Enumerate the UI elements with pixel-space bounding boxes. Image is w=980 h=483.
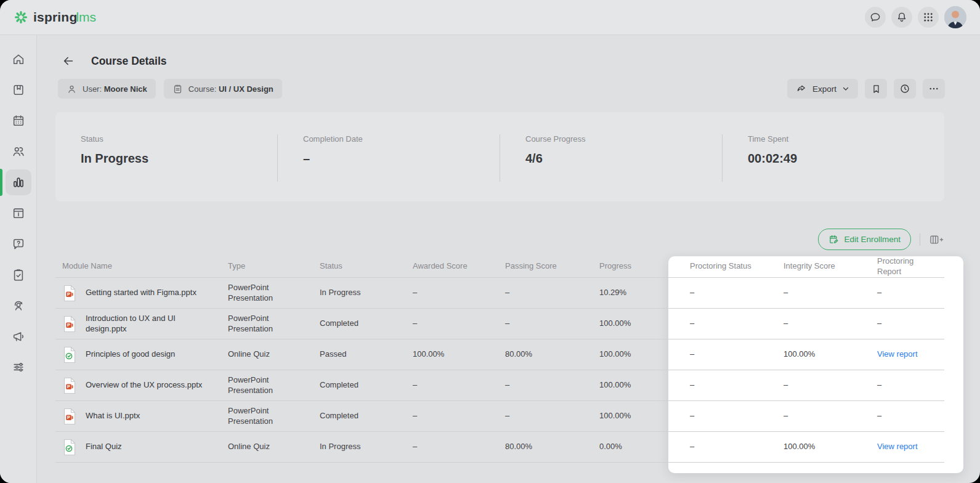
- col-proctoring-report[interactable]: Proctoring Report: [877, 256, 944, 277]
- awarded-score: –: [413, 442, 505, 452]
- bookmark-button[interactable]: [865, 79, 887, 99]
- table-row[interactable]: P Overview of the UX process.pptx PowerP…: [55, 370, 944, 400]
- col-module-name[interactable]: Module Name: [55, 261, 228, 271]
- kiosk-icon: [12, 206, 25, 220]
- notifications-button[interactable]: [891, 7, 912, 28]
- module-name: What is UI.pptx: [86, 411, 140, 421]
- sidebar-item-assignments[interactable]: [0, 259, 37, 290]
- sidebar-item-catalog[interactable]: [0, 198, 37, 229]
- table-row[interactable]: P Introduction to UX and UI design.pptx …: [55, 308, 944, 339]
- module-status: In Progress: [320, 442, 413, 452]
- columns-add-icon: [929, 233, 945, 246]
- summary-status: Status In Progress: [55, 134, 277, 182]
- app-window: ispringlms: [0, 0, 980, 483]
- clipboard-check-icon: [12, 268, 25, 282]
- sidebar-item-announcements[interactable]: [0, 321, 37, 352]
- avatar[interactable]: [944, 6, 966, 28]
- progress: 100.00%: [599, 349, 690, 359]
- proctoring-status: –: [690, 380, 784, 390]
- share-export-icon: [796, 83, 807, 94]
- col-integrity-score[interactable]: Integrity Score: [784, 261, 877, 271]
- ppt-file-icon: P: [62, 315, 77, 333]
- sidebar-item-courses[interactable]: [0, 75, 37, 105]
- sidebar-item-users[interactable]: [0, 136, 37, 167]
- view-report-link[interactable]: View report: [877, 442, 944, 452]
- table-row[interactable]: Principles of good design Online Quiz Pa…: [55, 339, 944, 370]
- megaphone-icon: [12, 330, 25, 343]
- page-title: Course Details: [91, 55, 167, 68]
- ppt-file-icon: P: [62, 285, 77, 302]
- back-button[interactable]: [62, 54, 75, 68]
- proctoring-status: –: [690, 288, 784, 298]
- table-row[interactable]: P What is UI.pptx PowerPoint Presentatio…: [55, 400, 944, 431]
- filter-chip-user[interactable]: User: Moore Nick: [58, 79, 156, 99]
- integrity-score: –: [784, 288, 877, 298]
- topbar: ispringlms: [0, 0, 980, 35]
- calendar-icon: [12, 114, 25, 128]
- svg-text:P: P: [67, 291, 70, 297]
- col-awarded-score[interactable]: Awarded Score: [413, 261, 505, 271]
- summary-time-label: Time Spent: [748, 134, 944, 144]
- proctoring-status: –: [690, 411, 784, 421]
- module-name: Principles of good design: [86, 349, 175, 359]
- view-report-link[interactable]: View report: [877, 349, 944, 359]
- table-row[interactable]: P Getting started with Figma.pptx PowerP…: [55, 277, 944, 308]
- proctoring-person-icon: [12, 299, 25, 312]
- export-button[interactable]: Export: [787, 79, 858, 99]
- filter-chip-course[interactable]: Course: UI / UX Design: [164, 79, 282, 99]
- edit-enrollment-button[interactable]: Edit Enrollment: [818, 229, 911, 250]
- manage-columns-button[interactable]: [929, 233, 945, 246]
- progress: 10.29%: [599, 288, 690, 298]
- table-row[interactable]: Final Quiz Online Quiz In Progress – 80.…: [55, 431, 944, 463]
- users-icon: [12, 145, 25, 158]
- reports-bar-chart-icon: [12, 176, 25, 189]
- chat-button[interactable]: [865, 7, 886, 28]
- sliders-icon: [12, 360, 25, 374]
- proctoring-report: –: [877, 380, 944, 390]
- sidebar-item-questions[interactable]: [0, 229, 37, 259]
- apps-button[interactable]: [918, 7, 939, 28]
- sidebar-item-calendar[interactable]: [0, 105, 37, 136]
- svg-text:P: P: [67, 384, 70, 389]
- sidebar-item-home[interactable]: [0, 44, 37, 75]
- module-status: Completed: [320, 411, 413, 421]
- brand-suffix: lms: [76, 10, 96, 24]
- sidebar-item-reports[interactable]: [0, 167, 37, 198]
- passing-score: 80.00%: [505, 349, 599, 359]
- filter-user-value: Moore Nick: [104, 84, 147, 94]
- awarded-score: –: [413, 288, 505, 298]
- table-header-row: Module Name Type Status Awarded Score Pa…: [55, 256, 944, 277]
- progress: 100.00%: [599, 411, 690, 421]
- col-status[interactable]: Status: [320, 261, 413, 271]
- toolbar-divider: [920, 233, 920, 246]
- history-button[interactable]: [894, 79, 916, 99]
- awarded-score: –: [413, 380, 505, 390]
- bookmark-icon: [871, 84, 881, 94]
- col-proctoring-status[interactable]: Proctoring Status: [690, 261, 784, 271]
- brand-name: ispring: [33, 10, 77, 24]
- summary-course-progress: Course Progress 4/6: [500, 134, 722, 182]
- clock-icon: [899, 83, 910, 94]
- sidebar-item-settings[interactable]: [0, 352, 37, 383]
- more-actions-button[interactable]: [923, 79, 945, 99]
- module-name: Final Quiz: [86, 442, 122, 452]
- ppt-file-icon: P: [62, 377, 77, 394]
- modules-table: Module Name Type Status Awarded Score Pa…: [55, 256, 944, 463]
- awarded-score: –: [413, 319, 505, 328]
- sidebar-item-proctoring[interactable]: [0, 290, 37, 321]
- col-passing-score[interactable]: Passing Score: [505, 261, 599, 271]
- passing-score: 80.00%: [505, 442, 599, 452]
- proctoring-status: –: [690, 442, 784, 452]
- progress: 100.00%: [599, 319, 690, 328]
- sidebar: [0, 35, 37, 483]
- book-icon: [12, 83, 25, 97]
- module-status: Passed: [320, 349, 413, 359]
- module-name: Getting started with Figma.pptx: [86, 288, 196, 298]
- col-progress[interactable]: Progress: [599, 261, 690, 271]
- brand-logo[interactable]: ispringlms: [14, 10, 96, 25]
- proctoring-report: –: [877, 288, 944, 298]
- awarded-score: 100.00%: [413, 349, 505, 359]
- col-type[interactable]: Type: [228, 261, 320, 271]
- summary-progress-label: Course Progress: [525, 134, 722, 144]
- edit-enrollment-label: Edit Enrollment: [844, 235, 901, 244]
